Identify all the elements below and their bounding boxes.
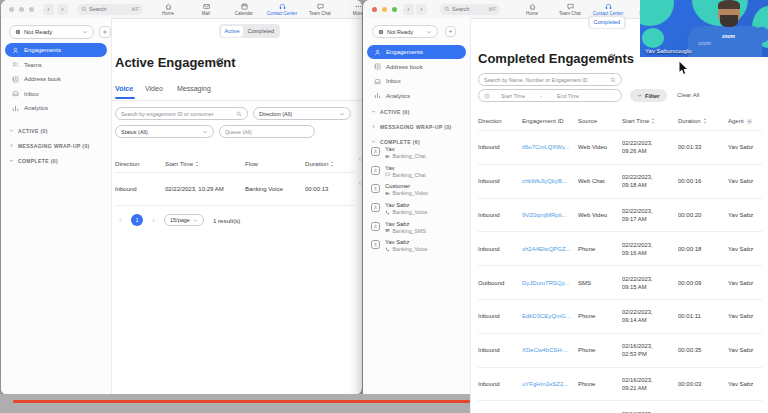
traffic-minimize-button[interactable] bbox=[19, 7, 24, 12]
table-row[interactable]: Inboundtl6o7CmLQXWy...Web Video02/22/202… bbox=[478, 130, 762, 164]
status-dropdown[interactable]: Not Ready bbox=[9, 25, 94, 39]
sort-icon[interactable] bbox=[330, 161, 334, 167]
table-row[interactable]: InboundchkWkJlyQkyB...Web Chat02/22/2023… bbox=[478, 164, 762, 198]
sidebar-section-messaging-wrap-up-0[interactable]: MESSAGING WRAP-UP (0) bbox=[1, 138, 111, 153]
traffic-minimize-button[interactable] bbox=[382, 7, 387, 12]
cell-duration: 00:00:03 bbox=[678, 381, 728, 387]
tab-completed[interactable]: Completed bbox=[590, 17, 625, 28]
back-button[interactable]: ‹ bbox=[43, 4, 54, 15]
right-nav-team-chat[interactable]: Team Chat bbox=[551, 0, 589, 18]
sidebar-item-inbox[interactable]: Inbox bbox=[5, 87, 107, 101]
engagement-list-item[interactable]: Yav SabzBanking_SMS bbox=[363, 221, 470, 240]
search-input[interactable]: Search ⌘F bbox=[77, 4, 143, 15]
refresh-icon[interactable] bbox=[607, 53, 616, 62]
column-settings-gear-icon[interactable] bbox=[746, 118, 753, 125]
left-nav-more[interactable]: More bbox=[339, 0, 362, 18]
tab-video[interactable]: Video bbox=[145, 85, 163, 92]
table-row[interactable]: OutboundDyJDumTRSQy...SMS02/22/2023,09:1… bbox=[478, 265, 762, 299]
traffic-zoom-button[interactable] bbox=[29, 7, 34, 12]
table-row[interactable]: InbounduYFgHm2eSZ2...Phone02/16/2023,09:… bbox=[478, 367, 762, 401]
panel-collapse-icon[interactable] bbox=[357, 156, 363, 162]
sidebar-section-active-0[interactable]: ACTIVE (0) bbox=[1, 123, 111, 138]
left-nav-team-chat[interactable]: Team Chat bbox=[301, 0, 339, 18]
table-row[interactable]: Inbound9VZ0qmjMRpit...Web Video02/22/202… bbox=[478, 198, 762, 232]
page-size-dropdown[interactable]: 15/page bbox=[164, 214, 204, 226]
table-row[interactable]: InboundQOpcpEGSSoK...Web Video02/16/2023… bbox=[478, 400, 762, 413]
phone-icon bbox=[385, 210, 390, 215]
table-row[interactable]: Inboundxh2A4ElwQPGZ...Phone02/22/2023,09… bbox=[478, 231, 762, 265]
direction-filter-dropdown[interactable]: Direction (All) bbox=[253, 107, 351, 120]
sidebar-item-engagements[interactable]: Engagements bbox=[5, 43, 107, 57]
sidebar-section-active-0[interactable]: ACTIVE (0) bbox=[363, 104, 470, 119]
search-input[interactable]: Search ⌘F bbox=[440, 4, 500, 15]
column-header-start-time[interactable]: Start Time bbox=[165, 160, 245, 167]
completed-search-input[interactable]: Search by Name, Number or Engagement ID bbox=[478, 73, 622, 86]
table-row[interactable]: Inbound02/22/2023, 10:29 AMBanking Voice… bbox=[115, 172, 355, 206]
sidebar-item-address-book[interactable]: Address book bbox=[367, 60, 466, 74]
traffic-close-button[interactable] bbox=[372, 7, 377, 12]
forward-button[interactable]: › bbox=[416, 4, 427, 15]
left-nav-contact-center[interactable]: Contact Center bbox=[263, 0, 301, 18]
status-filter-dropdown[interactable]: Status (All) bbox=[115, 125, 214, 138]
sidebar-item-inbox[interactable]: Inbox bbox=[367, 74, 466, 88]
engagement-list-item[interactable]: YavBanking_Chat bbox=[363, 165, 470, 184]
back-button[interactable]: ‹ bbox=[403, 4, 414, 15]
left-nav-home[interactable]: Home bbox=[149, 0, 187, 18]
engagement-list-item[interactable]: YavBanking_Chat bbox=[363, 146, 470, 165]
right-nav-home[interactable]: Home bbox=[513, 0, 551, 18]
engagement-id-link[interactable]: tl6o7CmLQXWy... bbox=[522, 144, 578, 150]
sidebar-item-analytics[interactable]: Analytics bbox=[5, 101, 107, 115]
forward-button[interactable]: › bbox=[57, 4, 68, 15]
calendar-icon bbox=[241, 3, 248, 10]
add-button[interactable] bbox=[445, 26, 456, 37]
column-header-start-time[interactable]: Start Time bbox=[622, 118, 678, 124]
tab-voice[interactable]: Voice bbox=[115, 85, 133, 92]
column-header-agent[interactable]: Agent bbox=[728, 118, 761, 125]
refresh-icon[interactable] bbox=[215, 57, 224, 66]
sidebar-item-analytics[interactable]: Analytics bbox=[367, 89, 466, 103]
engagement-id-link[interactable]: 9VZ0qmjMRpit... bbox=[522, 212, 578, 218]
engagement-list-item[interactable]: Yav SabzBanking_Voice bbox=[363, 239, 470, 258]
queue-filter-input[interactable]: Queue (All) bbox=[219, 125, 315, 138]
tab-completed[interactable]: Completed bbox=[243, 26, 278, 37]
engagement-search-input[interactable]: Search by engagement ID or consumer bbox=[115, 107, 248, 120]
engagement-id-link[interactable]: xh2A4ElwQPGZ... bbox=[522, 246, 578, 252]
column-header-duration[interactable]: Duration bbox=[678, 118, 728, 124]
prev-page-button[interactable] bbox=[115, 215, 126, 226]
left-nav-calendar[interactable]: Calendar bbox=[225, 0, 263, 18]
sort-icon[interactable] bbox=[703, 118, 707, 124]
left-sidebar-sections: ACTIVE (0)MESSAGING WRAP-UP (0)COMPLETE … bbox=[1, 123, 111, 168]
engagement-id-link[interactable]: chkWkJlyQkyB... bbox=[522, 178, 578, 184]
status-not-ready-icon bbox=[378, 29, 384, 35]
sort-icon[interactable] bbox=[195, 161, 199, 167]
traffic-zoom-button[interactable] bbox=[392, 7, 397, 12]
next-page-button[interactable] bbox=[148, 215, 159, 226]
sidebar-item-address-book[interactable]: Address book bbox=[5, 72, 107, 86]
status-dropdown[interactable]: Not Ready bbox=[372, 25, 438, 38]
engagement-id-link[interactable]: DyJDumTRSQy... bbox=[522, 280, 578, 286]
column-header-duration[interactable]: Duration bbox=[305, 160, 352, 167]
engagement-list-item[interactable]: CustomerBanking_Video bbox=[363, 183, 470, 202]
panel-collapse-icon[interactable] bbox=[357, 180, 363, 186]
page-number-button[interactable]: 1 bbox=[131, 214, 143, 226]
engagement-id-link[interactable]: EdkD3CEyQmG... bbox=[522, 313, 578, 319]
date-range-input[interactable]: Start Time - End Time bbox=[478, 89, 622, 102]
traffic-close-button[interactable] bbox=[9, 7, 14, 12]
table-row[interactable]: InboundXDeCw4bCSH-...Phone02/16/2023,02:… bbox=[478, 333, 762, 367]
table-row[interactable]: InboundEdkD3CEyQmG...Phone02/22/2023,09:… bbox=[478, 299, 762, 333]
clear-all-button[interactable]: Clear All bbox=[677, 92, 699, 98]
engagement-list-item[interactable]: Yav SabzBanking_Voice bbox=[363, 202, 470, 221]
left-top-nav: HomeMailCalendarContact CenterTeam ChatM… bbox=[149, 0, 362, 18]
add-button[interactable] bbox=[99, 26, 111, 38]
left-nav-mail[interactable]: Mail bbox=[187, 0, 225, 18]
sidebar-item-teams[interactable]: Teams bbox=[5, 58, 107, 72]
engagement-id-link[interactable]: uYFgHm2eSZ2... bbox=[522, 381, 578, 387]
tab-messaging[interactable]: Messaging bbox=[177, 85, 211, 92]
sidebar-item-engagements[interactable]: Engagements bbox=[367, 45, 466, 59]
filter-button[interactable]: Filter bbox=[630, 89, 667, 102]
tab-active[interactable]: Active bbox=[221, 26, 244, 37]
sidebar-section-messaging-wrap-up-0[interactable]: MESSAGING WRAP-UP (0) bbox=[363, 119, 470, 134]
sidebar-section-complete-0[interactable]: COMPLETE (0) bbox=[1, 153, 111, 168]
engagement-id-link[interactable]: XDeCw4bCSH-... bbox=[522, 347, 578, 353]
sort-icon[interactable] bbox=[651, 118, 655, 124]
